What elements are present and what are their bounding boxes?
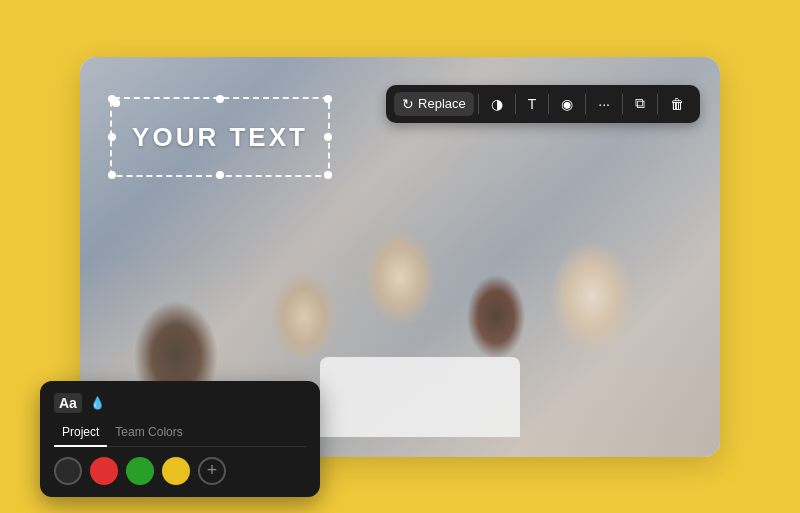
divider-3 [548, 94, 549, 114]
panel-tabs: Project Team Colors [54, 421, 306, 447]
toolbar: ↻ Replace ◑ T ◉ ··· ⧉ [386, 85, 700, 123]
handle-top-right[interactable] [324, 95, 332, 103]
swatch-yellow[interactable] [162, 457, 190, 485]
drop-icon: 💧 [90, 396, 105, 410]
delete-icon: 🗑 [670, 96, 684, 112]
swatch-red[interactable] [90, 457, 118, 485]
replace-label: Replace [418, 96, 466, 111]
swatch-dark[interactable] [54, 457, 82, 485]
panel-aa-label: Aa [54, 393, 82, 413]
duplicate-icon: ⧉ [635, 95, 645, 112]
divider-2 [515, 94, 516, 114]
panel-header: Aa 💧 [54, 393, 306, 413]
more-button[interactable]: ··· [590, 92, 618, 116]
divider-5 [622, 94, 623, 114]
tab-project[interactable]: Project [54, 421, 107, 447]
handle-bottom-right[interactable] [324, 171, 332, 179]
filter-icon: ◉ [561, 96, 573, 112]
text-selection-box[interactable]: YOUR TEXT [110, 97, 330, 177]
swatch-green[interactable] [126, 457, 154, 485]
replace-button[interactable]: ↻ Replace [394, 92, 474, 116]
handle-mid-right[interactable] [324, 133, 332, 141]
bottom-panel: Aa 💧 Project Team Colors + [40, 381, 320, 497]
handle-top-mid[interactable] [216, 95, 224, 103]
handle-top-left[interactable] [108, 95, 116, 103]
filter-button[interactable]: ◉ [553, 92, 581, 116]
selected-text[interactable]: YOUR TEXT [132, 121, 308, 152]
duplicate-button[interactable]: ⧉ [627, 91, 653, 116]
more-icon: ··· [598, 96, 610, 112]
handle-mid-left[interactable] [108, 133, 116, 141]
text-button[interactable]: T [520, 92, 545, 116]
divider-1 [478, 94, 479, 114]
text-icon: T [528, 96, 537, 112]
contrast-button[interactable]: ◑ [483, 92, 511, 116]
divider-6 [657, 94, 658, 114]
divider-4 [585, 94, 586, 114]
contrast-icon: ◑ [491, 96, 503, 112]
replace-icon: ↻ [402, 96, 414, 112]
color-swatches: + [54, 457, 306, 485]
outer-card: YOUR TEXT ↻ Replace ◑ T ◉ ··· [50, 27, 750, 487]
add-color-button[interactable]: + [198, 457, 226, 485]
handle-bottom-left[interactable] [108, 171, 116, 179]
tab-team-colors[interactable]: Team Colors [107, 421, 190, 447]
delete-button[interactable]: 🗑 [662, 92, 692, 116]
handle-bottom-mid[interactable] [216, 171, 224, 179]
laptop-shape [320, 357, 520, 437]
